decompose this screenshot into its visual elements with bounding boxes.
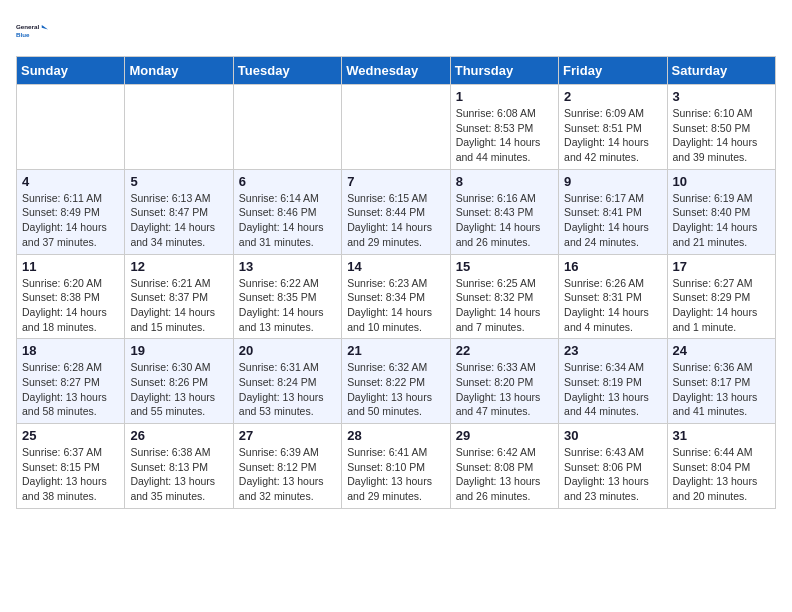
calendar-week-row: 25Sunrise: 6:37 AM Sunset: 8:15 PM Dayli… [17, 424, 776, 509]
day-number: 16 [564, 259, 661, 274]
weekday-header-saturday: Saturday [667, 57, 775, 85]
day-info: Sunrise: 6:23 AM Sunset: 8:34 PM Dayligh… [347, 276, 444, 335]
calendar-cell: 31Sunrise: 6:44 AM Sunset: 8:04 PM Dayli… [667, 424, 775, 509]
calendar-cell: 28Sunrise: 6:41 AM Sunset: 8:10 PM Dayli… [342, 424, 450, 509]
calendar-cell [17, 85, 125, 170]
day-info: Sunrise: 6:19 AM Sunset: 8:40 PM Dayligh… [673, 191, 770, 250]
calendar-cell: 1Sunrise: 6:08 AM Sunset: 8:53 PM Daylig… [450, 85, 558, 170]
day-info: Sunrise: 6:26 AM Sunset: 8:31 PM Dayligh… [564, 276, 661, 335]
day-info: Sunrise: 6:11 AM Sunset: 8:49 PM Dayligh… [22, 191, 119, 250]
calendar-cell: 13Sunrise: 6:22 AM Sunset: 8:35 PM Dayli… [233, 254, 341, 339]
day-info: Sunrise: 6:36 AM Sunset: 8:17 PM Dayligh… [673, 360, 770, 419]
day-number: 17 [673, 259, 770, 274]
day-info: Sunrise: 6:34 AM Sunset: 8:19 PM Dayligh… [564, 360, 661, 419]
calendar-cell: 7Sunrise: 6:15 AM Sunset: 8:44 PM Daylig… [342, 169, 450, 254]
day-info: Sunrise: 6:43 AM Sunset: 8:06 PM Dayligh… [564, 445, 661, 504]
calendar-cell: 18Sunrise: 6:28 AM Sunset: 8:27 PM Dayli… [17, 339, 125, 424]
day-number: 18 [22, 343, 119, 358]
day-number: 30 [564, 428, 661, 443]
day-number: 24 [673, 343, 770, 358]
calendar-cell: 26Sunrise: 6:38 AM Sunset: 8:13 PM Dayli… [125, 424, 233, 509]
day-info: Sunrise: 6:22 AM Sunset: 8:35 PM Dayligh… [239, 276, 336, 335]
day-info: Sunrise: 6:09 AM Sunset: 8:51 PM Dayligh… [564, 106, 661, 165]
day-info: Sunrise: 6:30 AM Sunset: 8:26 PM Dayligh… [130, 360, 227, 419]
day-number: 28 [347, 428, 444, 443]
logo-icon: GeneralBlue [16, 16, 48, 44]
weekday-header-sunday: Sunday [17, 57, 125, 85]
day-number: 1 [456, 89, 553, 104]
day-info: Sunrise: 6:21 AM Sunset: 8:37 PM Dayligh… [130, 276, 227, 335]
calendar-cell: 9Sunrise: 6:17 AM Sunset: 8:41 PM Daylig… [559, 169, 667, 254]
calendar-cell: 23Sunrise: 6:34 AM Sunset: 8:19 PM Dayli… [559, 339, 667, 424]
calendar-cell: 27Sunrise: 6:39 AM Sunset: 8:12 PM Dayli… [233, 424, 341, 509]
calendar-table: SundayMondayTuesdayWednesdayThursdayFrid… [16, 56, 776, 509]
day-number: 19 [130, 343, 227, 358]
calendar-header-row: SundayMondayTuesdayWednesdayThursdayFrid… [17, 57, 776, 85]
calendar-cell: 22Sunrise: 6:33 AM Sunset: 8:20 PM Dayli… [450, 339, 558, 424]
day-number: 9 [564, 174, 661, 189]
day-info: Sunrise: 6:13 AM Sunset: 8:47 PM Dayligh… [130, 191, 227, 250]
calendar-cell: 11Sunrise: 6:20 AM Sunset: 8:38 PM Dayli… [17, 254, 125, 339]
day-number: 20 [239, 343, 336, 358]
calendar-cell [342, 85, 450, 170]
day-info: Sunrise: 6:20 AM Sunset: 8:38 PM Dayligh… [22, 276, 119, 335]
calendar-cell: 29Sunrise: 6:42 AM Sunset: 8:08 PM Dayli… [450, 424, 558, 509]
day-info: Sunrise: 6:39 AM Sunset: 8:12 PM Dayligh… [239, 445, 336, 504]
calendar-cell: 3Sunrise: 6:10 AM Sunset: 8:50 PM Daylig… [667, 85, 775, 170]
day-info: Sunrise: 6:42 AM Sunset: 8:08 PM Dayligh… [456, 445, 553, 504]
day-info: Sunrise: 6:10 AM Sunset: 8:50 PM Dayligh… [673, 106, 770, 165]
calendar-cell: 16Sunrise: 6:26 AM Sunset: 8:31 PM Dayli… [559, 254, 667, 339]
calendar-cell: 4Sunrise: 6:11 AM Sunset: 8:49 PM Daylig… [17, 169, 125, 254]
calendar-cell [233, 85, 341, 170]
day-number: 7 [347, 174, 444, 189]
page-header: GeneralBlue [16, 16, 776, 44]
day-info: Sunrise: 6:14 AM Sunset: 8:46 PM Dayligh… [239, 191, 336, 250]
day-info: Sunrise: 6:44 AM Sunset: 8:04 PM Dayligh… [673, 445, 770, 504]
day-info: Sunrise: 6:16 AM Sunset: 8:43 PM Dayligh… [456, 191, 553, 250]
weekday-header-friday: Friday [559, 57, 667, 85]
day-number: 23 [564, 343, 661, 358]
calendar-cell: 14Sunrise: 6:23 AM Sunset: 8:34 PM Dayli… [342, 254, 450, 339]
day-number: 8 [456, 174, 553, 189]
day-number: 11 [22, 259, 119, 274]
calendar-cell: 30Sunrise: 6:43 AM Sunset: 8:06 PM Dayli… [559, 424, 667, 509]
day-info: Sunrise: 6:17 AM Sunset: 8:41 PM Dayligh… [564, 191, 661, 250]
day-number: 4 [22, 174, 119, 189]
logo: GeneralBlue [16, 16, 52, 44]
day-number: 29 [456, 428, 553, 443]
weekday-header-monday: Monday [125, 57, 233, 85]
calendar-cell: 24Sunrise: 6:36 AM Sunset: 8:17 PM Dayli… [667, 339, 775, 424]
svg-text:Blue: Blue [16, 31, 30, 38]
day-number: 27 [239, 428, 336, 443]
calendar-cell: 10Sunrise: 6:19 AM Sunset: 8:40 PM Dayli… [667, 169, 775, 254]
calendar-cell: 25Sunrise: 6:37 AM Sunset: 8:15 PM Dayli… [17, 424, 125, 509]
day-number: 31 [673, 428, 770, 443]
svg-text:General: General [16, 23, 39, 30]
calendar-cell: 5Sunrise: 6:13 AM Sunset: 8:47 PM Daylig… [125, 169, 233, 254]
day-number: 10 [673, 174, 770, 189]
calendar-cell: 21Sunrise: 6:32 AM Sunset: 8:22 PM Dayli… [342, 339, 450, 424]
day-number: 22 [456, 343, 553, 358]
weekday-header-tuesday: Tuesday [233, 57, 341, 85]
day-number: 26 [130, 428, 227, 443]
calendar-cell: 6Sunrise: 6:14 AM Sunset: 8:46 PM Daylig… [233, 169, 341, 254]
calendar-cell [125, 85, 233, 170]
calendar-week-row: 11Sunrise: 6:20 AM Sunset: 8:38 PM Dayli… [17, 254, 776, 339]
day-number: 5 [130, 174, 227, 189]
day-number: 3 [673, 89, 770, 104]
day-info: Sunrise: 6:25 AM Sunset: 8:32 PM Dayligh… [456, 276, 553, 335]
day-info: Sunrise: 6:27 AM Sunset: 8:29 PM Dayligh… [673, 276, 770, 335]
day-number: 6 [239, 174, 336, 189]
day-number: 13 [239, 259, 336, 274]
calendar-week-row: 18Sunrise: 6:28 AM Sunset: 8:27 PM Dayli… [17, 339, 776, 424]
day-number: 14 [347, 259, 444, 274]
day-number: 21 [347, 343, 444, 358]
day-info: Sunrise: 6:28 AM Sunset: 8:27 PM Dayligh… [22, 360, 119, 419]
day-info: Sunrise: 6:15 AM Sunset: 8:44 PM Dayligh… [347, 191, 444, 250]
day-info: Sunrise: 6:37 AM Sunset: 8:15 PM Dayligh… [22, 445, 119, 504]
day-info: Sunrise: 6:41 AM Sunset: 8:10 PM Dayligh… [347, 445, 444, 504]
day-info: Sunrise: 6:08 AM Sunset: 8:53 PM Dayligh… [456, 106, 553, 165]
calendar-week-row: 4Sunrise: 6:11 AM Sunset: 8:49 PM Daylig… [17, 169, 776, 254]
calendar-cell: 12Sunrise: 6:21 AM Sunset: 8:37 PM Dayli… [125, 254, 233, 339]
day-number: 15 [456, 259, 553, 274]
